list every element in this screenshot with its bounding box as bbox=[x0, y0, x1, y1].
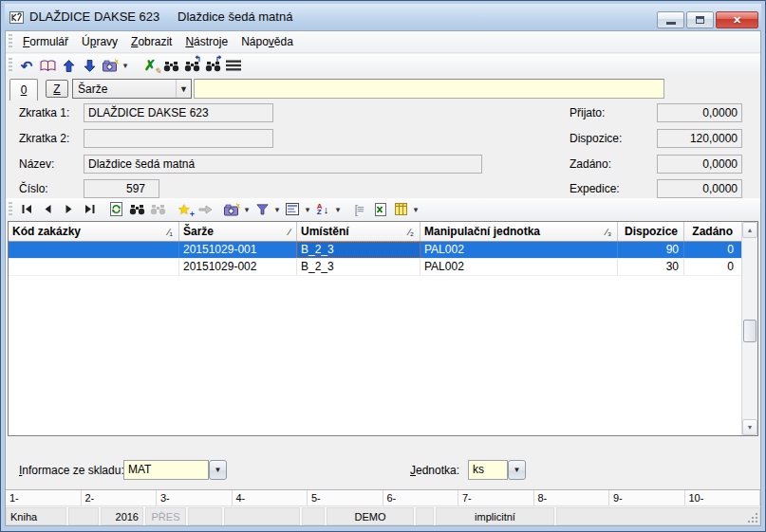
info-dropdown-button[interactable]: ▼ bbox=[209, 460, 227, 480]
info-ze-skladu-value[interactable]: MAT bbox=[123, 460, 209, 480]
status-section: 1- bbox=[6, 490, 82, 505]
cell-manipulacni-jednotka[interactable]: PAL002 bbox=[420, 242, 618, 258]
zkratka2-field[interactable] bbox=[84, 129, 273, 148]
binoculars-icon[interactable] bbox=[160, 55, 181, 76]
cell-umisteni[interactable]: B_2_3 bbox=[297, 259, 420, 275]
menu-nastroje[interactable]: Nástroje bbox=[178, 32, 234, 51]
cell-sarze[interactable]: 20151029-002 bbox=[179, 259, 297, 275]
column-header-kod-zakazky[interactable]: Kód zakázky∕₁ bbox=[9, 222, 179, 241]
cell-dispozice[interactable]: 90 bbox=[618, 242, 684, 258]
status-section: 10- bbox=[685, 490, 761, 505]
filter-search-input[interactable] bbox=[194, 79, 664, 99]
arrow-down-icon[interactable] bbox=[79, 55, 100, 76]
previous-record-icon[interactable] bbox=[37, 199, 58, 220]
status-section: 7- bbox=[458, 490, 534, 505]
table-row[interactable]: 20151029-002 B_2_3 PAL002 30 0 bbox=[9, 259, 757, 276]
window-subtitle: Dlaždice šedá matná bbox=[177, 9, 292, 24]
scroll-up-icon[interactable]: ▲ bbox=[742, 222, 757, 238]
toolbar-grip bbox=[9, 34, 12, 49]
prijato-field[interactable]: 0,0000 bbox=[657, 103, 742, 122]
find-previous-icon[interactable]: ↰ bbox=[181, 55, 202, 76]
column-header-zadano[interactable]: Zadáno bbox=[684, 222, 738, 241]
zkratka1-field[interactable]: DLAŽDICE DAKSE 623 bbox=[84, 103, 273, 122]
menu-bar: Formulář Úpravy Zobrazit Nástroje Nápově… bbox=[6, 31, 760, 53]
menu-napoveda[interactable]: Nápověda bbox=[234, 32, 300, 51]
vertical-scrollbar[interactable]: ▲ ▼ bbox=[741, 222, 757, 435]
cislo-field[interactable]: 597 bbox=[84, 179, 159, 198]
dropdown-icon[interactable]: ▾ bbox=[121, 55, 130, 76]
dispozice-field[interactable]: 120,0000 bbox=[657, 129, 742, 148]
status-section: 3- bbox=[157, 490, 233, 505]
find-icon[interactable] bbox=[126, 199, 147, 220]
cell-kod-zakazky[interactable] bbox=[9, 259, 179, 275]
column-header-umisteni[interactable]: Umístění∕₂ bbox=[297, 222, 420, 241]
chevron-down-icon[interactable]: ▼ bbox=[176, 80, 191, 98]
status-section: 6- bbox=[383, 490, 459, 505]
undo-icon[interactable]: ↶ bbox=[16, 55, 37, 76]
columns-icon[interactable] bbox=[390, 199, 411, 220]
nazev-field[interactable]: Dlaždice šedá matná bbox=[84, 155, 482, 174]
menu-formular[interactable]: Formulář bbox=[16, 32, 75, 51]
last-record-icon[interactable] bbox=[79, 199, 100, 220]
find-next-icon[interactable]: ↱ bbox=[202, 55, 223, 76]
next-record-icon[interactable] bbox=[58, 199, 79, 220]
prijato-label: Přijato: bbox=[570, 106, 605, 119]
close-button[interactable]: ✕ bbox=[716, 11, 758, 28]
camera-icon[interactable] bbox=[221, 199, 242, 220]
form-view-icon[interactable] bbox=[282, 199, 303, 220]
jednotka-value[interactable]: ks bbox=[468, 460, 508, 480]
copy-record-disabled-icon bbox=[195, 199, 215, 220]
dropdown-icon[interactable]: ▾ bbox=[303, 199, 312, 220]
sort-icon[interactable]: AZ↓ bbox=[312, 199, 333, 220]
dropdown-icon[interactable]: ▾ bbox=[242, 199, 252, 220]
menu-zobrazit[interactable]: Zobrazit bbox=[124, 32, 178, 51]
dropdown-icon[interactable]: ▾ bbox=[272, 199, 282, 220]
tab-zero[interactable]: 0 bbox=[9, 79, 38, 101]
main-toolbar: ↶ ▾ ✗✎ ↰ ↱ bbox=[6, 54, 760, 77]
edit-confirm-icon[interactable]: ✗✎ bbox=[140, 55, 160, 76]
scrollbar-thumb[interactable] bbox=[743, 320, 757, 342]
restore-icon bbox=[696, 16, 704, 24]
menu-upravy[interactable]: Úpravy bbox=[75, 32, 124, 51]
cell-zadano[interactable]: 0 bbox=[684, 259, 738, 275]
grid-toolbar: ★+ ▾ ▾ ▾ AZ↓ ▾ [≡ bbox=[6, 198, 760, 220]
status-cell bbox=[224, 507, 302, 525]
menu-lines-icon[interactable] bbox=[223, 55, 244, 76]
expedice-field[interactable]: 0,0000 bbox=[657, 179, 742, 198]
cell-sarze[interactable]: 20151029-001 bbox=[179, 242, 297, 258]
book-icon[interactable] bbox=[37, 55, 58, 76]
table-row[interactable]: 20151029-001 B_2_3 PAL002 90 0 bbox=[9, 242, 757, 259]
sort-mark: ∕₃ bbox=[602, 227, 611, 237]
jednotka-dropdown-button[interactable]: ▼ bbox=[508, 460, 526, 480]
dropdown-icon[interactable]: ▾ bbox=[333, 199, 343, 220]
minimize-button[interactable] bbox=[657, 11, 684, 28]
cell-kod-zakazky[interactable] bbox=[9, 242, 179, 258]
expedice-label: Expedice: bbox=[570, 182, 620, 195]
cell-umisteni-focused[interactable]: B_2_3 bbox=[297, 242, 420, 258]
column-header-sarze[interactable]: Šarže∕ bbox=[179, 222, 297, 241]
cell-dispozice[interactable]: 30 bbox=[618, 259, 684, 275]
excel-export-icon[interactable] bbox=[369, 199, 390, 220]
scroll-down-icon[interactable]: ▼ bbox=[742, 419, 757, 435]
camera-icon[interactable] bbox=[100, 55, 121, 76]
z-button[interactable]: Z bbox=[46, 80, 68, 98]
arrow-up-icon[interactable] bbox=[58, 55, 79, 76]
first-record-icon[interactable] bbox=[16, 199, 37, 220]
cell-manipulacni-jednotka[interactable]: PAL002 bbox=[420, 259, 618, 275]
column-header-manipulacni-jednotka[interactable]: Manipulační jednotka∕₃ bbox=[420, 222, 618, 241]
column-header-dispozice[interactable]: Dispozice bbox=[618, 222, 684, 241]
filter-icon[interactable] bbox=[252, 199, 272, 220]
dropdown-icon[interactable]: ▾ bbox=[411, 199, 420, 220]
cell-zadano[interactable]: 0 bbox=[684, 242, 738, 258]
status-cell bbox=[188, 507, 224, 525]
refresh-icon[interactable] bbox=[105, 199, 126, 220]
chevron-down-icon: ▼ bbox=[514, 466, 521, 474]
up-arrow-badge: ↰ bbox=[194, 54, 201, 64]
zadano-field[interactable]: 0,0000 bbox=[657, 155, 742, 174]
right-arrow-badge: ↱ bbox=[215, 54, 222, 64]
filter-field-select[interactable]: Šarže ▼ bbox=[72, 79, 192, 99]
restore-button[interactable] bbox=[686, 11, 714, 28]
insert-record-icon[interactable]: ★+ bbox=[174, 199, 195, 220]
resize-grip[interactable] bbox=[747, 512, 758, 523]
records-table: Kód zakázky∕₁ Šarže∕ Umístění∕₂ Manipula… bbox=[8, 221, 758, 436]
